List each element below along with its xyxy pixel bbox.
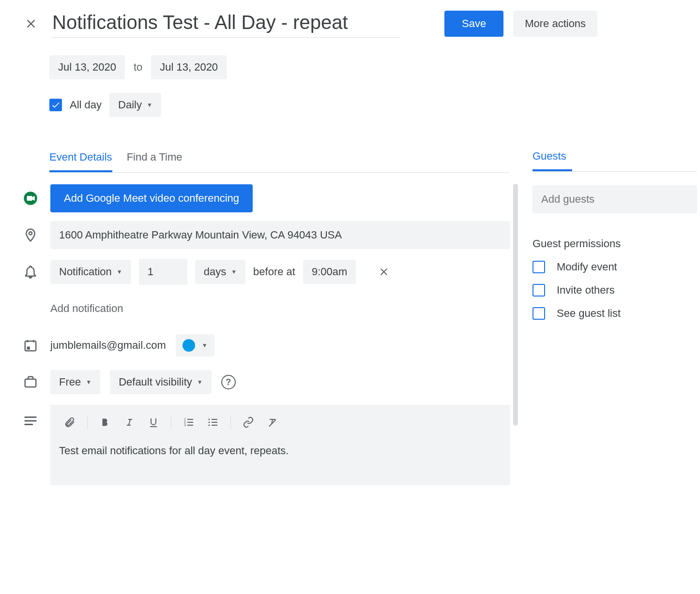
- chevron-down-icon: ▼: [202, 342, 208, 349]
- tab-event-details[interactable]: Event Details: [49, 151, 112, 172]
- underline-icon: [148, 416, 159, 428]
- check-icon: [51, 100, 61, 110]
- tab-guests[interactable]: Guests: [533, 150, 572, 171]
- svg-point-11: [209, 425, 210, 426]
- recurrence-value: Daily: [118, 99, 142, 111]
- meet-icon: [23, 191, 38, 206]
- italic-button[interactable]: [119, 412, 140, 433]
- scrollbar[interactable]: [513, 184, 518, 426]
- description-icon: [23, 414, 38, 428]
- svg-text:3: 3: [184, 423, 186, 427]
- separator: [171, 415, 171, 430]
- visibility-dropdown[interactable]: Default visibility ▼: [110, 370, 212, 394]
- perm-modify-checkbox[interactable]: [533, 261, 545, 273]
- separator: [230, 415, 231, 430]
- svg-rect-5: [25, 379, 36, 387]
- tab-find-a-time[interactable]: Find a Time: [127, 151, 183, 172]
- perm-modify-label: Modify event: [557, 261, 617, 273]
- notification-unit-value: days: [204, 266, 226, 278]
- svg-point-2: [29, 232, 32, 235]
- perm-see-label: See guest list: [557, 307, 621, 320]
- notification-count-input[interactable]: [139, 259, 187, 285]
- italic-icon: [123, 416, 135, 428]
- availability-dropdown[interactable]: Free ▼: [50, 370, 100, 394]
- location-icon: [23, 228, 38, 242]
- bulleted-list-icon: [207, 416, 219, 428]
- attach-button[interactable]: [59, 412, 80, 433]
- svg-rect-3: [25, 341, 36, 351]
- all-day-checkbox[interactable]: [49, 99, 62, 111]
- close-button[interactable]: [19, 12, 43, 35]
- end-date-chip[interactable]: Jul 13, 2020: [151, 55, 227, 79]
- location-input[interactable]: [50, 221, 510, 249]
- clear-formatting-button[interactable]: [262, 412, 283, 433]
- remove-notification-button[interactable]: [373, 261, 395, 282]
- event-title-input[interactable]: [52, 10, 401, 38]
- underline-button[interactable]: [143, 412, 164, 433]
- svg-point-9: [209, 419, 210, 420]
- close-icon: [378, 266, 390, 278]
- notification-type-value: Notification: [59, 266, 112, 278]
- numbered-list-icon: 123: [183, 416, 195, 428]
- svg-rect-4: [27, 347, 30, 350]
- clear-format-icon: [267, 416, 278, 428]
- bold-button[interactable]: [94, 412, 116, 433]
- link-icon: [243, 416, 254, 428]
- perm-see-checkbox[interactable]: [533, 307, 545, 320]
- notification-unit-dropdown[interactable]: days ▼: [195, 260, 245, 284]
- close-icon: [24, 17, 38, 30]
- description-textarea[interactable]: [50, 440, 510, 483]
- more-actions-button[interactable]: More actions: [513, 11, 597, 37]
- visibility-value: Default visibility: [119, 376, 192, 388]
- start-date-chip[interactable]: Jul 13, 2020: [49, 55, 125, 79]
- add-meet-button[interactable]: Add Google Meet video conferencing: [50, 184, 253, 212]
- numbered-list-button[interactable]: 123: [178, 412, 199, 433]
- chevron-down-icon: ▼: [117, 268, 122, 275]
- chevron-down-icon: ▼: [231, 268, 237, 275]
- save-button[interactable]: Save: [444, 11, 503, 37]
- notification-time-dropdown[interactable]: 9:00am: [303, 260, 356, 284]
- bold-icon: [99, 416, 111, 428]
- to-label: to: [131, 61, 145, 74]
- link-button[interactable]: [238, 412, 259, 433]
- chevron-down-icon: ▼: [197, 379, 203, 386]
- calendar-color-dropdown[interactable]: ▼: [176, 334, 214, 356]
- recurrence-dropdown[interactable]: Daily ▼: [109, 93, 161, 117]
- bulleted-list-button[interactable]: [202, 412, 224, 433]
- description-editor: 123: [50, 405, 510, 485]
- chevron-down-icon: ▼: [86, 379, 91, 386]
- help-icon[interactable]: ?: [221, 375, 236, 389]
- all-day-label: All day: [70, 99, 102, 111]
- calendar-icon: [23, 338, 38, 353]
- perm-invite-checkbox[interactable]: [533, 284, 545, 297]
- paperclip-icon: [64, 416, 76, 428]
- notification-type-dropdown[interactable]: Notification ▼: [50, 260, 131, 284]
- add-notification-button[interactable]: Add notification: [50, 298, 123, 319]
- svg-rect-1: [27, 196, 32, 201]
- guest-permissions-title: Guest permissions: [533, 238, 697, 250]
- bell-icon: [23, 265, 38, 279]
- chevron-down-icon: ▼: [147, 102, 152, 108]
- add-guests-input[interactable]: [533, 185, 697, 213]
- color-swatch: [183, 339, 195, 352]
- svg-point-10: [209, 422, 210, 423]
- briefcase-icon: [23, 375, 38, 389]
- before-at-label: before at: [253, 266, 295, 278]
- availability-value: Free: [59, 376, 81, 388]
- separator: [87, 415, 88, 430]
- calendar-owner-label: jumblemails@gmail.com: [50, 339, 166, 352]
- perm-invite-label: Invite others: [557, 284, 615, 297]
